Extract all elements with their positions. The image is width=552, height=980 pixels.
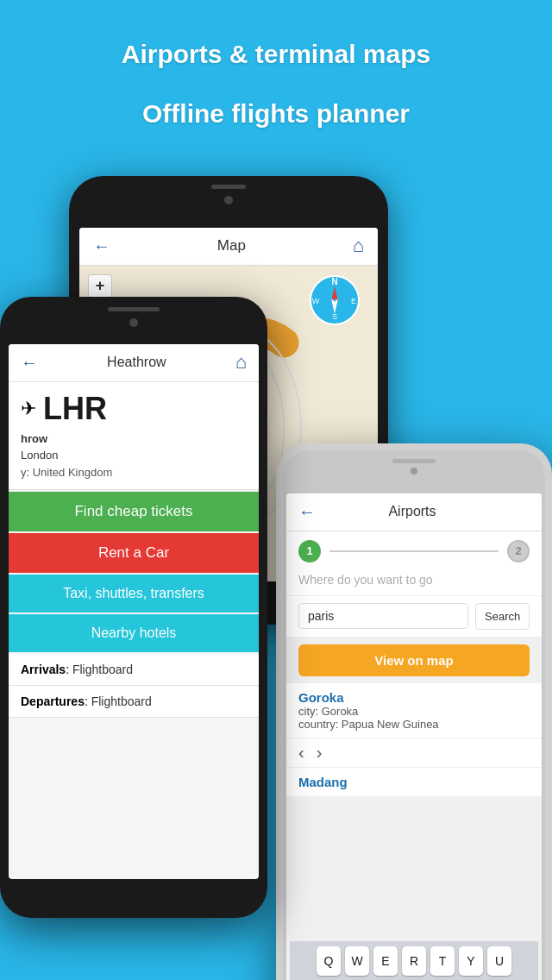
right-speaker	[392, 459, 436, 463]
key-Q[interactable]: Q	[317, 946, 341, 976]
search-row: Search	[286, 596, 542, 638]
city-name: hrow	[21, 432, 47, 445]
zoom-in-button[interactable]: +	[88, 274, 112, 298]
svg-text:N: N	[331, 277, 337, 286]
front-camera	[129, 318, 138, 327]
pagination-nav: ‹ ›	[286, 738, 542, 768]
result-madang-name: Madang	[298, 775, 530, 789]
step-2-indicator: 2	[507, 540, 530, 562]
phone-airport-info: ← Heathrow ⌂ ✈ LHR hrow London y: United…	[0, 297, 267, 918]
key-U[interactable]: U	[487, 946, 511, 976]
departures-val: Flightboard	[91, 694, 152, 708]
arrivals-row: Arrivals: Flightboard	[9, 654, 259, 686]
key-R[interactable]: R	[402, 946, 426, 976]
airport-search-input[interactable]	[298, 603, 468, 629]
front-back-arrow-icon[interactable]: ←	[21, 353, 38, 373]
where-text: Where do you want to go	[298, 573, 433, 587]
progress-steps: 1 2	[286, 531, 542, 568]
airport-header-title: Heathrow	[107, 355, 166, 370]
compass-svg: N S W E	[309, 274, 361, 326]
keyboard-row-1: Q W E R T Y U	[293, 946, 535, 976]
airport-city-info: hrow London y: United Kingdom	[21, 430, 247, 485]
home-icon[interactable]: ⌂	[353, 235, 364, 257]
search-screen: ← Airports 1 2 Where do you want to go	[286, 493, 542, 981]
airport-info-section: ✈ LHR hrow London y: United Kingdom	[9, 382, 259, 491]
compass-icon: N S W E	[309, 274, 361, 326]
map-header: ← Map ⌂	[79, 228, 378, 266]
departures-row: Departures: Flightboard	[9, 686, 259, 718]
plane-icon: ✈	[21, 398, 36, 420]
airport-screen: ← Heathrow ⌂ ✈ LHR hrow London y: United…	[9, 344, 259, 879]
country: y: United Kingdom	[21, 466, 112, 479]
result-item-goroka[interactable]: Goroka city: Goroka country: Papua New G…	[286, 683, 542, 738]
search-button[interactable]: Search	[475, 603, 530, 630]
phone-scene: ← Map ⌂	[0, 159, 552, 981]
result-item-madang[interactable]: Madang	[286, 768, 542, 797]
taxi-button[interactable]: Taxi, shuttles, transfers	[9, 575, 259, 612]
where-prompt: Where do you want to go	[286, 568, 542, 596]
find-cheap-tickets-button[interactable]: Find cheap tickets	[9, 492, 259, 531]
key-E[interactable]: E	[373, 946, 398, 976]
key-W[interactable]: W	[345, 946, 369, 976]
header-line2: Offline flights planner	[17, 79, 535, 138]
step-line	[329, 550, 499, 552]
camera	[224, 196, 233, 204]
phone-right-inner: ← Airports 1 2 Where do you want to go	[283, 450, 545, 981]
rent-car-button[interactable]: Rent a Car	[9, 533, 259, 573]
search-header: ← Airports	[286, 493, 542, 531]
key-Y[interactable]: Y	[459, 946, 483, 976]
airport-code-row: ✈ LHR	[21, 391, 247, 427]
arrivals-label: Arrivals	[21, 663, 66, 676]
phone-search: ← Airports 1 2 Where do you want to go	[276, 443, 552, 981]
keyboard: Q W E R T Y U A S D F G H	[290, 941, 538, 981]
prev-arrow-icon[interactable]: ‹	[298, 743, 304, 763]
app-header: Airports & terminal maps Offline flights…	[0, 0, 552, 150]
departures-label: Departures	[21, 694, 85, 708]
search-back-arrow-icon[interactable]: ←	[298, 502, 316, 522]
result-goroka-name: Goroka	[298, 690, 530, 705]
map-title: Map	[217, 237, 246, 254]
speaker	[211, 185, 246, 189]
result-goroka-city: city: Goroka	[298, 705, 530, 718]
svg-text:E: E	[351, 297, 356, 305]
result-goroka-country: country: Papua New Guinea	[298, 718, 530, 731]
back-arrow-icon[interactable]: ←	[93, 236, 110, 256]
next-arrow-icon[interactable]: ›	[317, 743, 323, 763]
front-home-icon[interactable]: ⌂	[235, 351, 247, 374]
view-map-button[interactable]: View on map	[298, 644, 530, 676]
key-T[interactable]: T	[430, 946, 455, 976]
search-title: Airports	[388, 504, 436, 519]
svg-text:W: W	[312, 297, 320, 305]
header-line1: Airports & terminal maps	[17, 19, 535, 79]
airport-header: ← Heathrow ⌂	[9, 344, 259, 382]
airport-code: LHR	[43, 391, 107, 427]
right-camera	[411, 468, 417, 474]
arrivals-val: Flightboard	[72, 663, 133, 676]
step-1-indicator: 1	[298, 540, 321, 562]
full-city: London	[21, 449, 58, 462]
nearby-hotels-button[interactable]: Nearby hotels	[9, 614, 259, 652]
front-speaker	[108, 307, 160, 311]
